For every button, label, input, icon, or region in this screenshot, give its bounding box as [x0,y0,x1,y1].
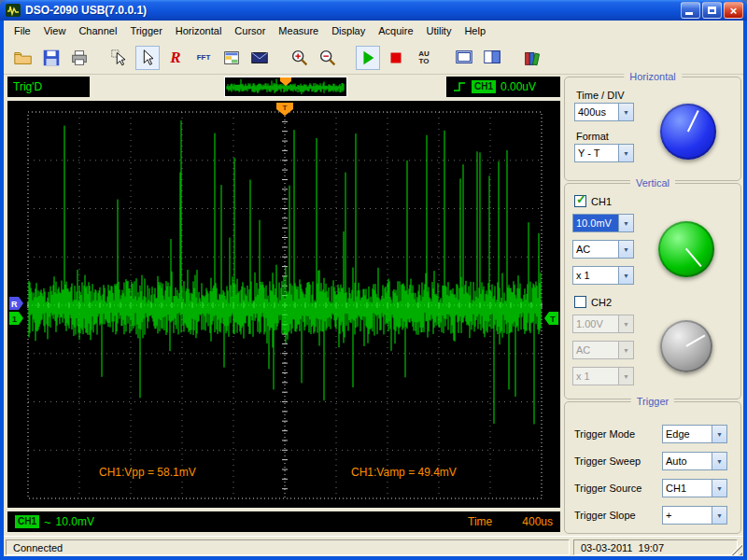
statusbar: Connected 03-03-2011 19:07 [4,536,743,556]
horizontal-position-knob[interactable] [660,104,716,160]
ch1-probe-select[interactable]: x 1 ▼ [572,266,634,285]
channel-badge: CH1 [15,515,39,528]
trigger-level-value: 0.00uV [500,80,536,93]
zoom-in-button[interactable] [288,46,312,70]
horizontal-panel: Horizontal Time / DIV 400us ▼ Format Y -… [564,77,741,181]
minimize-button[interactable] [681,2,700,19]
chevron-down-icon[interactable]: ▼ [712,426,726,442]
time-value: 400us [522,515,553,528]
chevron-down-icon[interactable]: ▼ [618,267,633,284]
waveform-mail-button[interactable] [247,46,272,70]
ch1-enable[interactable]: CH1 [574,195,612,207]
ch2-checkbox[interactable] [574,296,586,308]
ch2-position-knob[interactable] [660,320,712,372]
menu-utility[interactable]: Utility [420,22,458,39]
ch1-scale-select[interactable]: 10.0mV ▼ [572,214,634,232]
menu-cursor[interactable]: Cursor [228,22,272,39]
chevron-down-icon[interactable]: ▼ [618,241,633,258]
channel-badge: CH1 [472,80,496,93]
chevron-down-icon[interactable]: ▼ [712,507,726,524]
vertical-panel: Vertical CH1 10.0mV ▼ AC ▼ x 1 ▼ [564,183,741,399]
ch2-enable[interactable]: CH2 [574,296,612,308]
chevron-down-icon[interactable]: ▼ [712,453,726,469]
split-monitor-icon [482,48,502,68]
chevron-down-icon[interactable]: ▼ [618,145,633,161]
books-icon [522,48,543,68]
auto-icon: AU TO [418,50,430,65]
cursor-tool-button[interactable] [107,46,132,70]
toolbar-separator [95,46,104,70]
stop-button[interactable] [384,46,408,70]
open-button[interactable] [11,46,35,70]
ch1-checkbox[interactable] [574,195,586,207]
window-title: DSO-2090 USB(7.0.0.1) [25,4,681,17]
trigger-status: Trig'D [7,77,90,97]
floppy-icon [41,48,62,68]
start-button[interactable] [356,46,380,70]
scope-canvas: T R 1 T CH1:Vpp = 58.1mV CH1:Vamp = 49.4… [7,101,560,508]
auto-button[interactable]: AU TO [412,46,436,70]
menu-trigger[interactable]: Trigger [123,22,168,39]
menu-help[interactable]: Help [458,22,492,39]
close-button[interactable]: × [724,2,743,19]
ch2-coupling-select[interactable]: AC ▼ [572,341,634,359]
toolbar-separator [344,46,352,70]
time-div-label: Time / DIV [576,89,625,102]
split-window-button[interactable] [480,46,504,70]
menu-channel[interactable]: Channel [72,22,123,39]
chevron-down-icon: ▼ [618,368,633,385]
trigger-slope-select[interactable]: + ▼ [662,506,727,525]
single-window-button[interactable] [452,46,476,70]
preview-display [225,77,346,96]
folder-icon [13,48,34,68]
refresh-r-button[interactable]: R [163,46,188,70]
datetime-status: 03-03-2011 19:07 [573,539,738,555]
trigger-sweep-select[interactable]: Auto ▼ [662,452,727,470]
ch2-scale-select[interactable]: 1.00V ▼ [572,315,634,333]
print-button[interactable] [67,46,92,70]
select-tool-button[interactable] [135,46,160,70]
zoom-out-icon [317,48,338,68]
titlebar[interactable]: DSO-2090 USB(7.0.0.1) × [0,0,747,21]
menu-acquire[interactable]: Acquire [372,22,419,39]
chevron-down-icon: ▼ [618,315,633,332]
help-books-button[interactable] [520,46,544,70]
fft-button[interactable]: FFT [191,46,216,70]
menu-measure[interactable]: Measure [272,22,325,39]
trigger-panel-title: Trigger [631,396,674,407]
chevron-down-icon[interactable]: ▼ [712,480,726,497]
ch2-probe-select[interactable]: x 1 ▼ [572,367,634,385]
time-div-select[interactable]: 400us ▼ [574,103,634,121]
trigger-readout: CH1 0.00uV [446,77,560,97]
chevron-down-icon[interactable]: ▼ [618,104,633,120]
channel-scale-value: 10.0mV [56,515,94,528]
oscilloscope-display[interactable]: T R 1 T CH1:Vpp = 58.1mV CH1:Vamp = 49.4… [7,101,560,508]
zoom-out-button[interactable] [316,46,340,70]
ch1-coupling-select[interactable]: AC ▼ [572,240,634,259]
menu-file[interactable]: File [7,22,37,39]
channel1-marker-label: 1 [12,315,17,324]
stop-icon [386,48,406,68]
knob-pointer [685,248,701,267]
window-controls: × [681,2,743,19]
save-button[interactable] [39,46,63,70]
ch1-label: CH1 [591,196,612,207]
trigger-mode-select[interactable]: Edge ▼ [662,425,727,443]
format-select[interactable]: Y - T ▼ [574,144,634,162]
menu-display[interactable]: Display [325,22,372,39]
toolbar-separator [440,46,448,70]
chevron-down-icon[interactable]: ▼ [618,215,633,231]
ch1-position-knob[interactable] [658,221,714,277]
waveform-preview[interactable] [224,77,347,97]
knob-pointer [687,110,699,132]
menu-horizontal[interactable]: Horizontal [169,22,229,39]
maximize-button[interactable] [702,2,722,19]
menu-view[interactable]: View [37,22,73,39]
app-icon [6,3,21,18]
printer-icon [69,48,90,68]
knob-pointer [686,335,706,347]
trigger-source-select[interactable]: CH1 ▼ [662,479,727,497]
grid-settings-button[interactable] [219,46,244,70]
measurement-vpp: CH1:Vpp = 58.1mV [99,466,196,479]
trigger-sweep-label: Trigger Sweep [574,455,641,468]
